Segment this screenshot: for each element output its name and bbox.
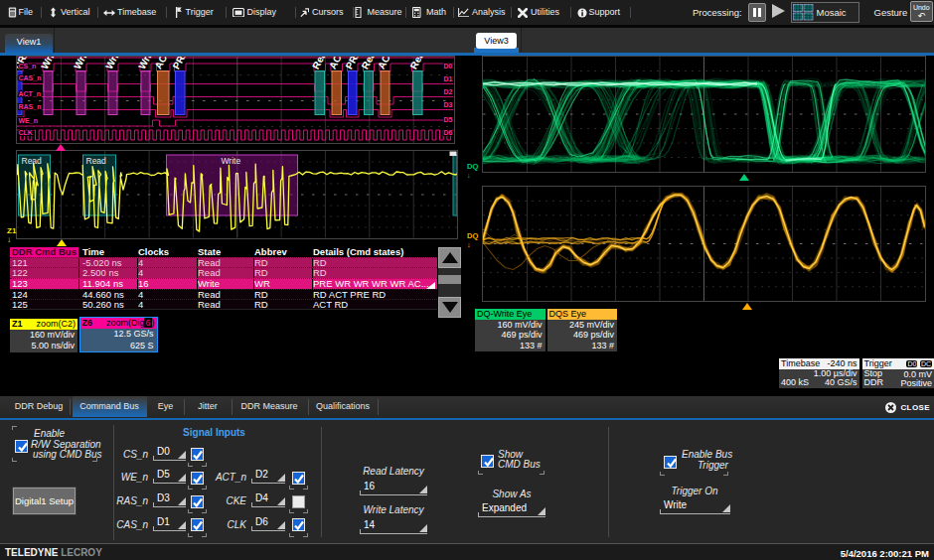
svg-text:RAS_n: RAS_n: [18, 103, 41, 110]
svg-text:Read: Read: [85, 156, 106, 166]
svg-text:D1: D1: [443, 75, 452, 82]
svg-text:D0: D0: [443, 63, 452, 70]
svg-text:WE_n: WE_n: [18, 117, 37, 124]
svg-text:D6: D6: [443, 129, 452, 136]
svg-text:D2: D2: [443, 88, 452, 95]
svg-text:AC: AC: [327, 57, 343, 70]
svg-text:Write: Write: [221, 156, 240, 166]
svg-text:PRi: PRi: [170, 57, 188, 70]
svg-text:Read: Read: [21, 156, 42, 166]
svg-text:CS_n: CS_n: [18, 63, 36, 70]
svg-text:AC: AC: [152, 57, 168, 70]
svg-text:CAS_n: CAS_n: [18, 74, 41, 81]
svg-text:D3: D3: [443, 101, 452, 108]
svg-text:CLK: CLK: [18, 129, 32, 136]
svg-text:AC: AC: [376, 57, 391, 70]
svg-text:D5: D5: [443, 116, 452, 123]
svg-text:ACT_n: ACT_n: [18, 90, 41, 97]
